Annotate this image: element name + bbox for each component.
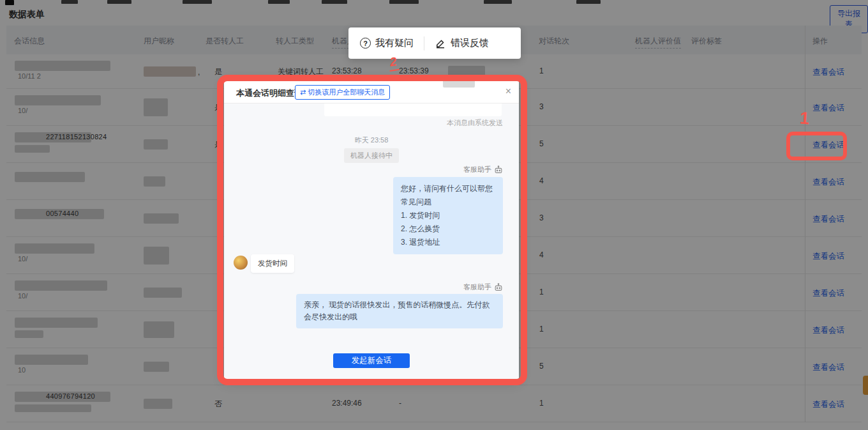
error-feedback-button[interactable]: 错误反馈 <box>451 37 489 49</box>
annotation-box-view-link <box>786 132 847 160</box>
toolbar-divider <box>424 36 424 50</box>
annotation-step-1: 1 <box>799 109 810 129</box>
screen: 数据表单 导出报表 会话信息 用户昵称 是否转人工 转人工类型 机器人 对话轮次… <box>0 0 868 430</box>
annotation-box-modal <box>217 75 527 385</box>
help-toolbar: ? 我有疑问 错误反馈 <box>348 27 521 59</box>
edit-pencil-icon <box>435 38 446 49</box>
have-question-button[interactable]: 我有疑问 <box>375 37 414 49</box>
question-circle-icon: ? <box>360 38 371 49</box>
